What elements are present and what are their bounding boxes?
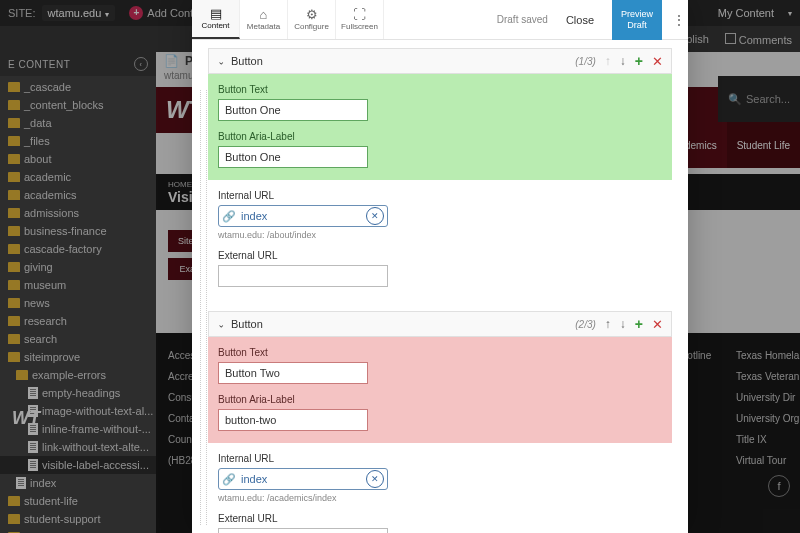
- tree-folder[interactable]: _cascade: [0, 78, 156, 96]
- tree-item-label: empty-headings: [42, 387, 120, 399]
- add-section-button[interactable]: +: [635, 53, 643, 69]
- tree-item-label: _content_blocks: [24, 99, 104, 111]
- tab-fullscreen[interactable]: ⛶Fullscreen: [336, 0, 384, 39]
- internal-url-chooser[interactable]: 🔗index✕: [218, 205, 388, 227]
- footer-link[interactable]: Texas Homela: [736, 345, 799, 366]
- tree-page[interactable]: index: [0, 474, 156, 492]
- site-selector[interactable]: wtamu.edu▾: [42, 5, 116, 21]
- add-section-button[interactable]: +: [635, 316, 643, 332]
- modal-body: ⌃Button(1/3)↑↓+✕Button TextButton Aria-L…: [192, 40, 688, 533]
- button-section-header[interactable]: ⌃Button(2/3)↑↓+✕: [208, 311, 672, 337]
- move-down-button[interactable]: ↓: [620, 54, 626, 68]
- tree-item-label: inline-frame-without-...: [42, 423, 151, 435]
- page-icon: [16, 477, 26, 489]
- tree-folder[interactable]: academics: [0, 186, 156, 204]
- tab-metadata[interactable]: ⌂Metadata: [240, 0, 288, 39]
- tree-item-label: siteimprove: [24, 351, 80, 363]
- tree-item-label: link-without-text-alte...: [42, 441, 149, 453]
- clear-url-button[interactable]: ✕: [366, 207, 384, 225]
- my-content-link[interactable]: My Content: [718, 7, 774, 19]
- button-text-input[interactable]: [218, 99, 368, 121]
- tree-folder[interactable]: museum: [0, 276, 156, 294]
- tree-item-label: student-life: [24, 495, 78, 507]
- footer-link[interactable]: University Dir: [736, 387, 799, 408]
- more-menu-button[interactable]: ⋮: [670, 12, 688, 28]
- chevron-up-icon: ⌃: [217, 56, 225, 66]
- folder-icon: [8, 334, 20, 344]
- tree-folder[interactable]: giving: [0, 258, 156, 276]
- folder-icon: [8, 100, 20, 110]
- tree-folder[interactable]: _data: [0, 114, 156, 132]
- sidebar-title: E CONTENT: [8, 59, 70, 70]
- edit-content-modal: ▤Content ⌂Metadata ⚙Configure ⛶Fullscree…: [192, 0, 688, 533]
- tree-page[interactable]: link-without-text-alte...: [0, 438, 156, 456]
- section-count: (1/3): [575, 56, 596, 67]
- footer-link[interactable]: Texas Veteran: [736, 366, 799, 387]
- collapse-sidebar-button[interactable]: ‹: [134, 57, 148, 71]
- internal-url-hint: wtamu.edu: /academics/index: [218, 493, 662, 503]
- tree-item-label: index: [30, 477, 56, 489]
- aria-label-input[interactable]: [218, 409, 368, 431]
- preview-draft-button[interactable]: PreviewDraft: [612, 0, 662, 40]
- tree-folder[interactable]: example-errors: [0, 366, 156, 384]
- tree-item-label: about: [24, 153, 52, 165]
- folder-icon: [8, 244, 20, 254]
- move-up-button[interactable]: ↑: [605, 317, 611, 331]
- remove-section-button[interactable]: ✕: [652, 54, 663, 69]
- facebook-icon[interactable]: f: [768, 475, 790, 497]
- tree-folder[interactable]: search: [0, 330, 156, 348]
- chevron-up-icon: ⌃: [217, 319, 225, 329]
- nav-studentlife[interactable]: Student Life: [727, 122, 800, 168]
- clear-url-button[interactable]: ✕: [366, 470, 384, 488]
- site-search[interactable]: 🔍 Search...: [718, 76, 800, 122]
- external-url-input[interactable]: [218, 265, 388, 287]
- site-tree-sidebar: E CONTENT ‹ _cascade_content_blocks_data…: [0, 52, 156, 533]
- tree-folder[interactable]: business-finance: [0, 222, 156, 240]
- internal-url-label: Internal URL: [218, 190, 662, 201]
- folder-icon: [8, 514, 20, 524]
- tree-folder[interactable]: student-life: [0, 492, 156, 510]
- tree-item-label: _data: [24, 117, 52, 129]
- tree-folder[interactable]: training-sandbox: [0, 528, 156, 533]
- remove-section-button[interactable]: ✕: [652, 317, 663, 332]
- tree-folder[interactable]: about: [0, 150, 156, 168]
- tree-folder[interactable]: admissions: [0, 204, 156, 222]
- folder-icon: [8, 82, 20, 92]
- internal-url-chooser[interactable]: 🔗index✕: [218, 468, 388, 490]
- tree-folder[interactable]: cascade-factory: [0, 240, 156, 258]
- aria-label-label: Button Aria-Label: [218, 394, 662, 405]
- tree-item-label: example-errors: [32, 369, 106, 381]
- site-label: SITE:: [8, 7, 36, 19]
- aria-label-input[interactable]: [218, 146, 368, 168]
- footer-link[interactable]: Virtual Tour: [736, 450, 799, 471]
- tree-item-label: cascade-factory: [24, 243, 102, 255]
- tab-content[interactable]: ▤Content: [192, 0, 240, 39]
- move-up-button: ↑: [605, 54, 611, 68]
- button-text-input[interactable]: [218, 362, 368, 384]
- section-count: (2/3): [575, 319, 596, 330]
- button-section-header[interactable]: ⌃Button(1/3)↑↓+✕: [208, 48, 672, 74]
- page-icon: [28, 441, 38, 453]
- tree-page[interactable]: empty-headings: [0, 384, 156, 402]
- close-button[interactable]: Close: [556, 0, 604, 40]
- move-down-button[interactable]: ↓: [620, 317, 626, 331]
- tree-folder[interactable]: siteimprove: [0, 348, 156, 366]
- folder-icon: [8, 190, 20, 200]
- tree-folder[interactable]: student-support: [0, 510, 156, 528]
- comments-button[interactable]: Comments: [725, 33, 792, 46]
- footer-link[interactable]: University Org: [736, 408, 799, 429]
- tree-folder[interactable]: academic: [0, 168, 156, 186]
- folder-icon: [16, 370, 28, 380]
- tree-item-label: giving: [24, 261, 53, 273]
- tab-configure[interactable]: ⚙Configure: [288, 0, 336, 39]
- tree-page[interactable]: visible-label-accessi...: [0, 456, 156, 474]
- tree-folder[interactable]: news: [0, 294, 156, 312]
- footer-link[interactable]: Title IX: [736, 429, 799, 450]
- tree-item-label: visible-label-accessi...: [42, 459, 149, 471]
- tree-folder[interactable]: research: [0, 312, 156, 330]
- tree-folder[interactable]: _files: [0, 132, 156, 150]
- chevron-down-icon: ▾: [788, 9, 792, 18]
- tree-folder[interactable]: _content_blocks: [0, 96, 156, 114]
- external-url-input[interactable]: [218, 528, 388, 533]
- aria-label-label: Button Aria-Label: [218, 131, 662, 142]
